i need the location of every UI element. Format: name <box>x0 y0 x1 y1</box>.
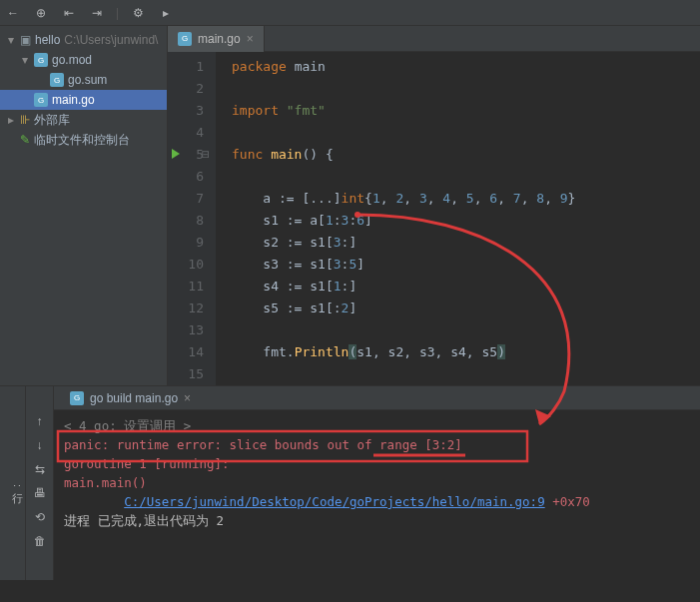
code-line[interactable]: s2 := s1[3:] <box>232 232 700 254</box>
tree-item[interactable]: Ggo.sum <box>0 70 167 90</box>
run-tab-label: go build main.go <box>90 391 178 405</box>
line-number[interactable]: 8 <box>168 210 204 232</box>
line-number[interactable]: 11 <box>168 276 204 298</box>
code-line[interactable]: s3 := s1[3:5] <box>232 254 700 276</box>
run-tab-build[interactable]: G go build main.go × <box>62 386 199 410</box>
top-toolbar: ← ⊕ ⇤ ⇥ | ⚙ ▸ <box>0 0 700 26</box>
tree-path: C:\Users\junwind\ <box>64 33 158 47</box>
code-editor[interactable]: 12345⊟6789101112131415 package mainimpor… <box>168 52 700 385</box>
tree-item[interactable]: ▾▣hello C:\Users\junwind\ <box>0 30 167 50</box>
tree-arrow-icon[interactable]: ▾ <box>20 53 30 67</box>
go-file-icon: G <box>34 53 48 67</box>
tree-label: go.mod <box>52 53 92 67</box>
console-line: 进程 已完成,退出代码为 2 <box>64 511 690 530</box>
editor-tabs: G main.go × <box>168 26 700 52</box>
console-output[interactable]: < 4 go: 设置调用 >panic: runtime error: slic… <box>54 410 700 580</box>
line-number[interactable]: 1 <box>168 56 204 78</box>
tree-item[interactable]: ▾Ggo.mod <box>0 50 167 70</box>
code-line[interactable]: import "fmt" <box>232 100 700 122</box>
line-number[interactable]: 7 <box>168 188 204 210</box>
tree-item[interactable]: Gmain.go <box>0 90 167 110</box>
close-icon[interactable]: × <box>247 32 254 46</box>
line-number[interactable]: 12 <box>168 298 204 319</box>
gear-icon[interactable]: ⚙ <box>129 4 147 22</box>
tree-arrow-icon[interactable]: ▸ <box>6 113 16 127</box>
divider-icon: | <box>116 6 119 20</box>
console-line: C:/Users/junwind/Desktop/Code/goProjects… <box>64 492 690 511</box>
line-number[interactable]: 2 <box>168 78 204 100</box>
code-line[interactable]: s4 := s1[1:] <box>232 276 700 298</box>
hammer-icon[interactable]: ▸ <box>157 4 175 22</box>
line-number[interactable]: 13 <box>168 319 204 341</box>
target-icon[interactable]: ⊕ <box>32 4 50 22</box>
print-icon[interactable]: 🖶 <box>34 486 46 500</box>
close-icon[interactable]: × <box>184 391 191 405</box>
tree-item[interactable]: ▸⊪外部库 <box>0 110 167 130</box>
line-number[interactable]: 10 <box>168 254 204 276</box>
code-line[interactable] <box>232 166 700 188</box>
go-file-icon: G <box>178 32 192 46</box>
code-line[interactable] <box>232 363 700 385</box>
go-file-icon: G <box>34 93 48 107</box>
code-line[interactable] <box>232 319 700 341</box>
trash-icon[interactable]: 🗑 <box>34 534 46 548</box>
line-number[interactable]: 9 <box>168 232 204 254</box>
fold-icon[interactable]: ⊟ <box>202 144 210 166</box>
back-icon[interactable]: ← <box>4 4 22 22</box>
tree-label: hello <box>35 33 60 47</box>
go-file-icon: G <box>70 391 84 405</box>
line-number[interactable]: 5⊟ <box>168 144 204 166</box>
tree-item[interactable]: ✎临时文件和控制台 <box>0 130 167 150</box>
line-number[interactable]: 4 <box>168 122 204 144</box>
up-icon[interactable]: ↑ <box>37 414 43 428</box>
wrap-icon[interactable]: ⇆ <box>35 462 45 476</box>
console-line: < 4 go: 设置调用 > <box>64 416 690 435</box>
tree-label: 临时文件和控制台 <box>34 132 130 149</box>
tab-main-go[interactable]: G main.go × <box>168 26 265 52</box>
collapse-icon[interactable]: ⇤ <box>60 4 78 22</box>
code-line[interactable] <box>232 78 700 100</box>
run-toolbar: ↑ ↓ ⇆ 🖶 ⟲ 🗑 <box>26 386 54 580</box>
library-icon: ⊪ <box>20 113 30 127</box>
code-line[interactable]: s1 := a[1:3:6] <box>232 210 700 232</box>
scratch-icon: ✎ <box>20 133 30 147</box>
tab-label: main.go <box>198 32 241 46</box>
console-line: goroutine 1 [running]: <box>64 454 690 473</box>
run-panel-label[interactable]: 行: <box>0 386 26 580</box>
code-line[interactable]: package main <box>232 56 700 78</box>
run-panel: 行: ↑ ↓ ⇆ 🖶 ⟲ 🗑 G go build main.go × < 4 … <box>0 385 700 580</box>
tree-label: go.sum <box>68 73 107 87</box>
run-gutter-icon[interactable] <box>172 149 180 159</box>
line-number[interactable]: 15 <box>168 363 204 385</box>
down-icon[interactable]: ↓ <box>37 438 43 452</box>
project-sidebar: ▾▣hello C:\Users\junwind\▾Ggo.modGgo.sum… <box>0 26 168 385</box>
clear-icon[interactable]: ⟲ <box>35 510 45 524</box>
expand-icon[interactable]: ⇥ <box>88 4 106 22</box>
console-line: main.main() <box>64 473 690 492</box>
code-line[interactable]: func main() { <box>232 144 700 166</box>
source-link[interactable]: C:/Users/junwind/Desktop/Code/goProjects… <box>124 494 544 509</box>
line-number[interactable]: 14 <box>168 341 204 363</box>
console-line: panic: runtime error: slice bounds out o… <box>64 435 690 454</box>
go-file-icon: G <box>50 73 64 87</box>
line-number[interactable]: 3 <box>168 100 204 122</box>
line-number[interactable]: 6 <box>168 166 204 188</box>
code-line[interactable]: fmt.Println(s1, s2, s3, s4, s5) <box>232 341 700 363</box>
tree-label: 外部库 <box>34 112 70 129</box>
run-tabs: G go build main.go × <box>54 386 700 410</box>
code-line[interactable]: a := [...]int{1, 2, 3, 4, 5, 6, 7, 8, 9} <box>232 188 700 210</box>
code-line[interactable] <box>232 122 700 144</box>
folder-icon: ▣ <box>20 33 31 47</box>
code-line[interactable]: s5 := s1[:2] <box>232 298 700 319</box>
tree-label: main.go <box>52 93 95 107</box>
tree-arrow-icon[interactable]: ▾ <box>6 33 16 47</box>
